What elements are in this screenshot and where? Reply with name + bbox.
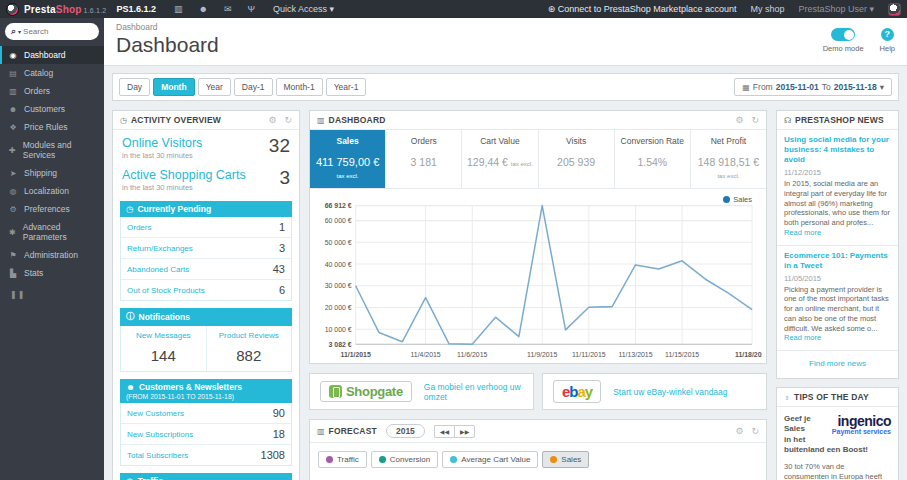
traffic-dot-icon: [326, 456, 333, 463]
sidebar: ⌕ ▾ ◉Dashboard ▤Catalog ▥Orders ☻Custome…: [0, 18, 104, 480]
cart-icon[interactable]: ▥: [174, 4, 183, 14]
read-more-link[interactable]: Read more: [784, 333, 821, 342]
sidebar-item-preferences[interactable]: ⚙Preferences: [0, 200, 104, 218]
topbar: PrestaShop1.6.1.2 PS1.6.1.2 ▥ ☻ ✉ Ψ Quic…: [0, 0, 907, 18]
tips-of-the-day-panel: ♁ TIPS OF THE DAY ingenico Payment servi…: [776, 387, 899, 480]
active-carts-link[interactable]: Active Shopping Carts: [122, 168, 246, 182]
pending-returns-link[interactable]: Return/Exchanges: [127, 244, 193, 253]
demo-mode-toggle[interactable]: [831, 28, 855, 41]
help-control[interactable]: ? Help: [880, 28, 895, 53]
forecast-conversion-toggle[interactable]: Conversion: [371, 451, 438, 468]
filter-month-button[interactable]: Month: [153, 78, 195, 96]
filter-month-1-button[interactable]: Month-1: [276, 78, 323, 96]
read-more-link[interactable]: Read more: [784, 228, 821, 237]
svg-text:60 000 €: 60 000 €: [325, 217, 352, 225]
filter-day-button[interactable]: Day: [119, 78, 150, 96]
forecast-legend: Traffic Conversion Average Cart Value Sa…: [310, 443, 766, 480]
sidebar-item-label: Localization: [24, 186, 69, 196]
sidebar-item-stats[interactable]: ▙Stats: [0, 264, 104, 282]
date-range-picker[interactable]: ▦ From 2015-11-01 To 2015-11-18 ▾: [734, 78, 892, 96]
kpi-orders[interactable]: Orders3 181: [386, 130, 462, 188]
customers-icon[interactable]: ☻: [198, 4, 207, 14]
forecast-prev-button[interactable]: ◀◀: [434, 425, 454, 438]
gear-icon[interactable]: ⚙: [735, 426, 743, 436]
online-visitors-link[interactable]: Online Visitors: [122, 136, 202, 150]
sidebar-item-label: Price Rules: [24, 122, 67, 132]
user-menu[interactable]: PrestaShop User ▾: [798, 4, 874, 14]
sidebar-item-shipping[interactable]: ➤Shipping: [0, 164, 104, 182]
find-more-news-link[interactable]: Find more news: [777, 351, 898, 378]
quick-access-menu[interactable]: Quick Access ▾: [273, 4, 334, 14]
sidebar-item-administration[interactable]: ⚑Administration: [0, 246, 104, 264]
sidebar-item-modules[interactable]: ✚Modules and Services: [0, 136, 104, 164]
chart-legend[interactable]: Sales: [723, 195, 752, 204]
user-avatar[interactable]: [888, 3, 901, 16]
forecast-sales-toggle[interactable]: Sales: [542, 451, 589, 468]
filter-day-1-button[interactable]: Day-1: [234, 78, 273, 96]
new-subscriptions-link[interactable]: New Subscriptions: [127, 430, 193, 439]
kpi-visits[interactable]: Visits205 939: [539, 130, 615, 188]
sidebar-item-price-rules[interactable]: ❖Price Rules: [0, 118, 104, 136]
marketplace-link[interactable]: ⊛ Connect to PrestaShop Marketplace acco…: [548, 4, 737, 14]
breadcrumb[interactable]: Dashboard: [116, 22, 219, 32]
search-input[interactable]: [23, 27, 75, 36]
refresh-icon[interactable]: ↻: [751, 426, 759, 436]
marketplace-label: Connect to PrestaShop Marketplace accoun…: [558, 4, 737, 14]
sidebar-collapse-icon[interactable]: ❚❚: [0, 282, 104, 307]
sidebar-item-customers[interactable]: ☻Customers: [0, 100, 104, 118]
active-carts-value: 3: [279, 168, 290, 187]
kpi-conversion-rate[interactable]: Conversion Rate1.54%: [615, 130, 691, 188]
gear-icon[interactable]: ⚙: [268, 115, 276, 125]
sales-chart: 3 082 €10 000 €20 000 €30 000 €40 000 €5…: [314, 193, 762, 361]
messages-icon[interactable]: ✉: [224, 4, 232, 14]
filter-year-1-button[interactable]: Year-1: [326, 78, 367, 96]
refresh-icon[interactable]: ↻: [751, 115, 759, 125]
kpi-value: 205 939: [557, 156, 595, 168]
kpi-sales[interactable]: Sales411 759,00 € tax excl.: [310, 130, 386, 188]
abandoned-carts-link[interactable]: Abandoned Carts: [127, 265, 189, 274]
tip-content: ingenico Payment services Geef je Sales …: [777, 407, 898, 480]
badges-icon[interactable]: Ψ: [247, 4, 255, 14]
total-subscribers-link[interactable]: Total Subscribers: [127, 451, 188, 460]
sidebar-item-orders[interactable]: ▥Orders: [0, 82, 104, 100]
customers-row: Total Subscribers1308: [121, 445, 291, 465]
shopgate-link[interactable]: Ga mobiel en verhoog uw omzet: [424, 382, 523, 402]
forecast-traffic-toggle[interactable]: Traffic: [318, 451, 367, 468]
help-icon[interactable]: ?: [881, 28, 894, 41]
svg-text:20 000 €: 20 000 €: [325, 304, 352, 312]
date-from-value: 2015-11-01: [776, 82, 819, 92]
sidebar-item-label: Customers: [24, 104, 65, 114]
refresh-icon[interactable]: ↻: [284, 115, 292, 125]
currently-pending-section: ◷Currently Pending Orders1 Return/Exchan…: [120, 201, 292, 301]
filter-year-button[interactable]: Year: [198, 78, 231, 96]
news-article-title[interactable]: Using social media for your business: 4 …: [784, 135, 891, 165]
demo-mode-control[interactable]: Demo mode: [823, 28, 864, 53]
sidebar-item-catalog[interactable]: ▤Catalog: [0, 64, 104, 82]
kpi-net-profit[interactable]: Net Profit148 918,51 € tax excl.: [691, 130, 766, 188]
forecast-next-button[interactable]: ▶▶: [454, 425, 475, 438]
out-of-stock-link[interactable]: Out of Stock Products: [127, 286, 205, 295]
product-reviews-link[interactable]: Product Reviews: [209, 331, 290, 340]
kpi-cart-value[interactable]: Cart Value129,44 € tax excl.: [462, 130, 538, 188]
sidebar-item-advanced-parameters[interactable]: ✱Advanced Parameters: [0, 218, 104, 246]
pending-orders-link[interactable]: Orders: [127, 223, 151, 232]
kpi-label: Net Profit: [693, 136, 764, 146]
page-title: Dashboard: [116, 33, 219, 57]
shopgate-promo: Shopgate Ga mobiel en verhoog uw omzet: [309, 373, 534, 410]
search-caret-icon[interactable]: ▾: [18, 28, 21, 35]
new-messages-link[interactable]: New Messages: [123, 331, 204, 340]
new-customers-link[interactable]: New Customers: [127, 409, 184, 418]
svg-text:40 000 €: 40 000 €: [325, 260, 352, 268]
svg-text:11/1/2015: 11/1/2015: [340, 351, 370, 359]
sidebar-item-dashboard[interactable]: ◉Dashboard: [0, 46, 104, 64]
ebay-link[interactable]: Start uw eBay-winkel vandaag: [613, 387, 727, 397]
news-article-title[interactable]: Ecommerce 101: Payments in a Tweet: [784, 251, 891, 271]
customers-row: New Customers90: [121, 403, 291, 424]
new-messages-value: 144: [123, 347, 204, 364]
sidebar-item-localization[interactable]: ◍Localization: [0, 182, 104, 200]
my-shop-link[interactable]: My shop: [750, 4, 784, 14]
sidebar-search[interactable]: ⌕ ▾: [5, 23, 99, 40]
forecast-avg-cart-toggle[interactable]: Average Cart Value: [442, 451, 538, 468]
gear-icon[interactable]: ⚙: [735, 115, 743, 125]
activity-panel-title: ACTIVITY OVERVIEW: [131, 115, 221, 125]
